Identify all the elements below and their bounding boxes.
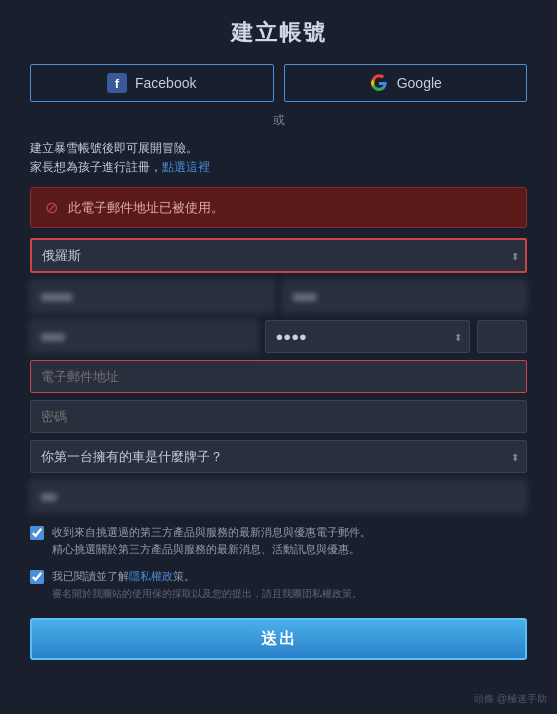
promo-label: 收到來自挑選過的第三方產品與服務的最新消息與優惠電子郵件。 精心挑選關於第三方產… — [52, 524, 371, 557]
google-icon — [369, 73, 389, 93]
parent-register-link[interactable]: 點選這裡 — [162, 160, 210, 174]
birth-month-input[interactable] — [30, 320, 258, 353]
google-label: Google — [397, 75, 442, 91]
facebook-icon: f — [107, 73, 127, 93]
social-buttons: f Facebook Google — [30, 64, 527, 102]
birth-year-select[interactable]: ●●●● 2000 1999 — [265, 320, 471, 353]
privacy-checkbox[interactable] — [30, 570, 44, 584]
page-title: 建立帳號 — [30, 18, 527, 48]
google-button[interactable]: Google — [284, 64, 528, 102]
error-box: ⊘ 此電子郵件地址已被使用。 — [30, 187, 527, 228]
firstname-input[interactable] — [30, 280, 275, 313]
birth-day-input[interactable]: 8 — [477, 320, 527, 353]
country-select[interactable]: 俄羅斯 台灣 中國 美國 — [30, 238, 527, 273]
facebook-label: Facebook — [135, 75, 196, 91]
page-container: 建立帳號 f Facebook Google 或 建立暴雪帳號後即可展開冒險。 … — [0, 0, 557, 714]
info-text: 建立暴雪帳號後即可展開冒險。 家長想為孩子進行註冊，點選這裡 — [30, 139, 527, 177]
privacy-label: 我已閱讀並了解隱私權政策。 審名開於我團站的使用保的採取以及您的提出，請且我團団… — [52, 568, 362, 601]
privacy-checkbox-row: 我已閱讀並了解隱私權政策。 審名開於我團站的使用保的採取以及您的提出，請且我團団… — [30, 568, 527, 601]
security-question-select[interactable]: 你第一台擁有的車是什麼牌子？ — [30, 440, 527, 473]
password-input[interactable] — [30, 400, 527, 433]
country-select-wrapper: 俄羅斯 台灣 中國 美國 — [30, 238, 527, 273]
birthdate-row: ●●●● 2000 1999 8 — [30, 320, 527, 353]
form-section: 俄羅斯 台灣 中國 美國 ●●●● 2000 1999 8 — [30, 238, 527, 660]
security-answer-input[interactable] — [30, 480, 527, 513]
submit-button[interactable]: 送出 — [30, 618, 527, 660]
watermark: 頭條 @極速手助 — [474, 692, 547, 706]
name-row — [30, 280, 527, 313]
lastname-input[interactable] — [282, 280, 527, 313]
promo-checkbox-row: 收到來自挑選過的第三方產品與服務的最新消息與優惠電子郵件。 精心挑選關於第三方產… — [30, 524, 527, 557]
security-question-wrapper: 你第一台擁有的車是什麼牌子？ — [30, 440, 527, 473]
or-divider: 或 — [30, 112, 527, 129]
email-input[interactable] — [30, 360, 527, 393]
privacy-policy-link[interactable]: 隱私權政 — [129, 570, 173, 582]
error-icon: ⊘ — [45, 198, 58, 217]
error-message: 此電子郵件地址已被使用。 — [68, 199, 224, 217]
promo-checkbox[interactable] — [30, 526, 44, 540]
birth-year-wrapper: ●●●● 2000 1999 — [265, 320, 471, 353]
facebook-button[interactable]: f Facebook — [30, 64, 274, 102]
